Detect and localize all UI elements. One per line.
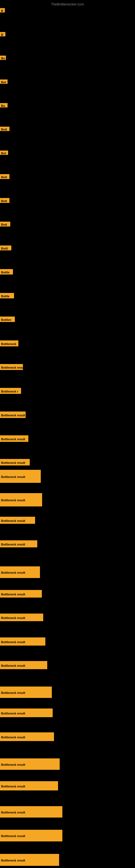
bottleneck-item: Bottleneck result: [0, 411, 26, 418]
bottleneck-item: Bottleneck result: [0, 781, 58, 790]
bottleneck-item: Bottleneck result: [0, 854, 59, 866]
bottleneck-item: Bottleneck result: [0, 686, 52, 698]
bottleneck-item: Bottle: [0, 293, 14, 299]
bottleneck-item: Bottleneck result: [0, 435, 28, 442]
bottleneck-item: Bottleneck result: [0, 590, 42, 597]
bottleneck-item: Bott: [0, 127, 9, 131]
bottleneck-item: Bottle: [0, 269, 13, 275]
bottleneck-item: Bottleneck result: [0, 459, 30, 465]
bottleneck-item: Bottleneck result: [0, 566, 40, 578]
bottleneck-item: Bottleneck: [0, 340, 18, 346]
bottleneck-item: Bott: [0, 198, 9, 203]
bottleneck-item: Bott: [0, 222, 10, 226]
bottleneck-item: Bo: [0, 56, 6, 60]
bottleneck-item: Bot: [0, 151, 8, 155]
bottleneck-item: Bott: [0, 174, 9, 179]
bottleneck-item: Bottleneck result: [0, 758, 60, 770]
bottleneck-item: B: [0, 32, 5, 36]
bottleneck-item: Bottleneck result: [0, 806, 62, 817]
bottleneck-item: Bottleneck result: [0, 493, 42, 506]
bottleneck-item: Bottleneck result: [0, 470, 41, 483]
site-title: TheBottlenecker.com: [51, 2, 84, 6]
bottleneck-item: Bottleneck result: [0, 614, 43, 621]
bottleneck-item: Bottleneck result: [0, 709, 53, 717]
bottleneck-item: Bot: [0, 80, 8, 84]
bottleneck-item: B: [0, 8, 5, 12]
bottleneck-item: Bottleneck result: [0, 540, 37, 547]
bottleneck-item: Bottleneck result: [0, 733, 54, 741]
bottleneck-item: Bottleneck resu: [0, 364, 23, 370]
bottleneck-item: Bottleneck result: [0, 638, 45, 646]
bottleneck-item: Bottlen: [0, 316, 15, 322]
bottleneck-item: Bottleneck result: [0, 517, 35, 524]
bottleneck-item: Bottleneck result: [0, 830, 62, 841]
bottleneck-item: Bottleneck r: [0, 388, 21, 394]
bottleneck-item: Bottleneck result: [0, 661, 47, 669]
bottleneck-item: Bottl: [0, 246, 11, 250]
bottleneck-item: Bo: [0, 103, 8, 107]
